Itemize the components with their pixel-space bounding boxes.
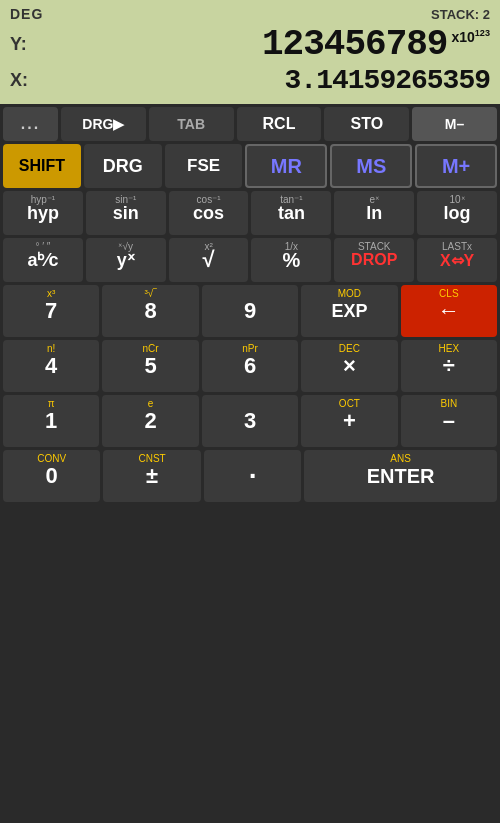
sto-button[interactable]: STO xyxy=(324,107,409,141)
display-x-label: X: xyxy=(10,70,40,91)
drg-mode-button[interactable]: DRG▶ xyxy=(61,107,146,141)
percent-button[interactable]: 1/x % xyxy=(251,238,331,282)
m-minus-button[interactable]: M– xyxy=(412,107,497,141)
four-button[interactable]: n! 4 xyxy=(3,340,99,392)
tab-button[interactable]: TAB xyxy=(149,107,234,141)
display-area: DEG STACK: 2 Y: 123456789 x10123 X: 3.14… xyxy=(0,0,500,104)
log-button[interactable]: 10ˣ log xyxy=(417,191,497,235)
six-button[interactable]: nPr 6 xyxy=(202,340,298,392)
row-8: CONV 0 CNST ± · ANS ENTER xyxy=(3,450,497,502)
backspace-button[interactable]: CLS ← xyxy=(401,285,497,337)
five-button[interactable]: nCr 5 xyxy=(102,340,198,392)
seven-button[interactable]: x³ 7 xyxy=(3,285,99,337)
three-button[interactable]: 3 xyxy=(202,395,298,447)
m-plus-button[interactable]: M+ xyxy=(415,144,497,188)
xeqy-button[interactable]: LASTx X⇔Y xyxy=(417,238,497,282)
enter-button[interactable]: ANS ENTER xyxy=(304,450,497,502)
drop-button[interactable]: STACK DROP xyxy=(334,238,414,282)
rcl-button[interactable]: RCL xyxy=(237,107,322,141)
display-y-label: Y: xyxy=(10,34,40,55)
minus-button[interactable]: BIN – xyxy=(401,395,497,447)
ms-button[interactable]: MS xyxy=(330,144,412,188)
row-4: ° ′ ″ aᵇ∕c ˣ√y yˣ x² √ 1/x % STACK DROP … xyxy=(3,238,497,282)
exp-button[interactable]: MOD EXP xyxy=(301,285,397,337)
display-y-exp: x10123 xyxy=(451,28,490,45)
plusminus-button[interactable]: CNST ± xyxy=(103,450,200,502)
two-button[interactable]: e 2 xyxy=(102,395,198,447)
fse-button[interactable]: FSE xyxy=(165,144,243,188)
sin-button[interactable]: sin⁻¹ sin xyxy=(86,191,166,235)
cos-button[interactable]: cos⁻¹ cos xyxy=(169,191,249,235)
display-y-value: 123456789 xyxy=(44,24,447,65)
abc-button[interactable]: ° ′ ″ aᵇ∕c xyxy=(3,238,83,282)
zero-button[interactable]: CONV 0 xyxy=(3,450,100,502)
yx-button[interactable]: ˣ√y yˣ xyxy=(86,238,166,282)
one-button[interactable]: π 1 xyxy=(3,395,99,447)
row-1: ... DRG▶ TAB RCL STO M– xyxy=(3,107,497,141)
row-5: x³ 7 ³√‾ 8 9 MOD EXP CLS ← xyxy=(3,285,497,337)
hyp-button[interactable]: hyp⁻¹ hyp xyxy=(3,191,83,235)
shift-button[interactable]: SHIFT xyxy=(3,144,81,188)
mr-button[interactable]: MR xyxy=(245,144,327,188)
ln-button[interactable]: eˣ ln xyxy=(334,191,414,235)
nine-button[interactable]: 9 xyxy=(202,285,298,337)
eight-button[interactable]: ³√‾ 8 xyxy=(102,285,198,337)
row-7: π 1 e 2 3 OCT + BIN – xyxy=(3,395,497,447)
drg-button[interactable]: DRG xyxy=(84,144,162,188)
decimal-button[interactable]: · xyxy=(204,450,301,502)
tan-button[interactable]: tan⁻¹ tan xyxy=(251,191,331,235)
divide-button[interactable]: HEX ÷ xyxy=(401,340,497,392)
menu-button[interactable]: ... xyxy=(3,107,58,141)
row-6: n! 4 nCr 5 nPr 6 DEC × HEX ÷ xyxy=(3,340,497,392)
display-x-row: X: 3.14159265359 xyxy=(10,65,490,96)
display-y-row: Y: 123456789 x10123 xyxy=(10,24,490,65)
row-2: SHIFT DRG FSE MR MS M+ xyxy=(3,144,497,188)
multiply-button[interactable]: DEC × xyxy=(301,340,397,392)
plus-button[interactable]: OCT + xyxy=(301,395,397,447)
row-3: hyp⁻¹ hyp sin⁻¹ sin cos⁻¹ cos tan⁻¹ tan … xyxy=(3,191,497,235)
calculator-body: ... DRG▶ TAB RCL STO M– SHIFT DRG FSE MR xyxy=(0,104,500,508)
display-stack: STACK: 2 xyxy=(431,7,490,22)
display-mode: DEG xyxy=(10,6,43,22)
display-x-value: 3.14159265359 xyxy=(44,65,490,96)
sqrt-button[interactable]: x² √ xyxy=(169,238,249,282)
